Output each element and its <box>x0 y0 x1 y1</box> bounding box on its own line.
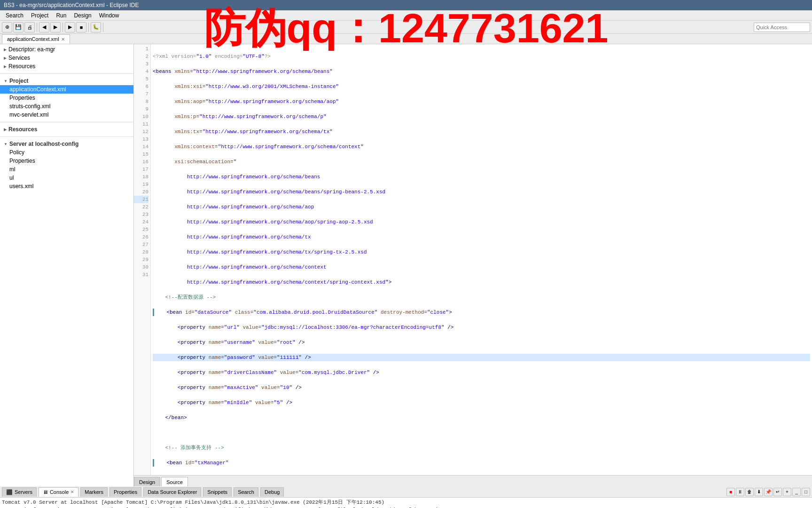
toolbar-btn-stop[interactable]: ■ <box>76 22 86 32</box>
toolbar-sep-3 <box>88 23 89 32</box>
tab-design[interactable]: Design <box>134 477 160 486</box>
console-tab-markers[interactable]: Markers <box>80 487 108 497</box>
sidebar-users-xml[interactable]: users.xml <box>0 182 133 190</box>
title-bar: BS3 - ea-mgr/src/applicationContext.xml … <box>0 0 812 10</box>
sidebar-services[interactable]: ▶ Services <box>0 54 133 62</box>
editor-area: 12345 678910 1112131415 1617181920 21 22… <box>134 44 812 486</box>
sidebar-div-1 <box>0 73 133 74</box>
menu-project[interactable]: Project <box>27 11 52 20</box>
toolbar-sep-1 <box>37 23 37 32</box>
menu-run[interactable]: Run <box>52 11 70 20</box>
toolbar: ⊕ 💾 🖨 ◀ ▶ ▶ ■ 🐛 <box>0 21 812 34</box>
console-line-1: org.springframework.context.annotation.C… <box>2 506 810 508</box>
line-numbers: 12345 678910 1112131415 1617181920 21 22… <box>134 44 151 475</box>
sidebar-project-section: ▼ Project applicationContext.xml Propert… <box>0 76 133 120</box>
sidebar-mvc-servlet[interactable]: mvc-servlet.xml <box>0 111 133 119</box>
toolbar-btn-save[interactable]: 💾 <box>13 22 23 32</box>
tab-label: applicationContext.xml <box>7 36 59 42</box>
console-tab-debug[interactable]: Debug <box>260 487 284 497</box>
menu-search[interactable]: Search <box>2 11 27 20</box>
quick-access-input[interactable] <box>754 23 810 32</box>
console-stop-btn[interactable]: ■ <box>726 488 735 496</box>
sidebar-struts-config[interactable]: struts-config.xml <box>0 102 133 111</box>
tab-source[interactable]: Source <box>161 477 188 486</box>
menu-bar: Search Project Run Design Window <box>0 10 812 21</box>
console-close-icon[interactable]: ✕ <box>70 490 74 494</box>
title-text: BS3 - ea-mgr/src/applicationContext.xml … <box>4 2 139 8</box>
toolbar-sep-4 <box>103 23 103 32</box>
console-toolbar-right: ■ ⏸ 🗑 ⬇ 📌 ↵ + _ □ <box>726 488 810 496</box>
console-toolbar: ⬛ Servers 🖥 Console ✕ Markers Properties… <box>0 486 812 498</box>
console-tab-search[interactable]: Search <box>234 487 258 497</box>
sidebar-resources-header[interactable]: ▶ Resources <box>0 125 133 134</box>
sidebar-top-section: ▶ Descriptor: ea-mgr ▶ Services ▶ Resour… <box>0 44 133 71</box>
toolbar-btn-run[interactable]: ▶ <box>65 22 75 32</box>
console-tab-console[interactable]: 🖥 Console ✕ <box>39 487 78 497</box>
servers-icon: ⬛ <box>6 489 13 495</box>
sidebar-ul[interactable]: ul <box>0 174 133 182</box>
tab-close-icon[interactable]: ✕ <box>61 37 65 42</box>
main-layout: ▶ Descriptor: ea-mgr ▶ Services ▶ Resour… <box>0 44 812 486</box>
code-content[interactable]: <?xml version="1.0" encoding="UTF-8"?> <… <box>151 44 812 475</box>
sidebar-applicationcontext[interactable]: applicationContext.xml <box>0 85 133 94</box>
console-tab-datasource[interactable]: Data Source Explorer <box>143 487 201 497</box>
sidebar: ▶ Descriptor: ea-mgr ▶ Services ▶ Resour… <box>0 44 134 486</box>
console-maximize-btn[interactable]: □ <box>802 488 810 496</box>
sidebar-server-header[interactable]: ▼ Server at localhost-config <box>0 140 133 148</box>
toolbar-btn-forward[interactable]: ▶ <box>50 22 61 32</box>
toolbar-sep-2 <box>62 23 63 32</box>
sidebar-div-3 <box>0 136 133 137</box>
sidebar-ml[interactable]: ml <box>0 165 133 174</box>
console-tab-snippets[interactable]: Snippets <box>203 487 232 497</box>
sidebar-descriptor[interactable]: ▶ Descriptor: ea-mgr <box>0 45 133 54</box>
sidebar-server-section: ▼ Server at localhost-config Policy Prop… <box>0 139 133 191</box>
console-scroll-btn[interactable]: ⬇ <box>755 488 763 496</box>
sidebar-div-2 <box>0 122 133 122</box>
toolbar-btn-back[interactable]: ◀ <box>39 22 49 32</box>
sidebar-resources-section: ▶ Resources <box>0 124 133 135</box>
console-minimize-btn[interactable]: _ <box>792 488 801 496</box>
console-header-line: Tomcat v7.0 Server at localhost [Apache … <box>2 499 810 506</box>
console-new-btn[interactable]: + <box>783 488 791 496</box>
sidebar-properties[interactable]: Properties <box>0 94 133 102</box>
code-editor: 12345 678910 1112131415 1617181920 21 22… <box>134 44 812 475</box>
toolbar-btn-new[interactable]: ⊕ <box>2 22 12 32</box>
toolbar-btn-debug[interactable]: 🐛 <box>91 22 101 32</box>
menu-window[interactable]: Window <box>95 11 123 20</box>
tab-bar: applicationContext.xml ✕ <box>0 34 812 44</box>
console-word-wrap-btn[interactable]: ↵ <box>773 488 782 496</box>
sidebar-project-header[interactable]: ▼ Project <box>0 77 133 85</box>
console-pin-btn[interactable]: 📌 <box>764 488 773 496</box>
console-pause-btn[interactable]: ⏸ <box>736 488 744 496</box>
sidebar-server-properties[interactable]: Properties <box>0 157 133 165</box>
tab-applicationcontext[interactable]: applicationContext.xml ✕ <box>2 34 70 44</box>
sidebar-policy[interactable]: Policy <box>0 148 133 157</box>
menu-design[interactable]: Design <box>70 11 95 20</box>
console-area: ⬛ Servers 🖥 Console ✕ Markers Properties… <box>0 486 812 508</box>
console-tab-servers[interactable]: ⬛ Servers <box>2 487 37 497</box>
console-icon: 🖥 <box>43 489 48 495</box>
console-content: Tomcat v7.0 Server at localhost [Apache … <box>0 498 812 508</box>
toolbar-btn-print[interactable]: 🖨 <box>24 22 35 32</box>
console-clear-btn[interactable]: 🗑 <box>745 488 754 496</box>
editor-bottom-tabs: Design Source <box>134 475 812 486</box>
sidebar-resources[interactable]: ▶ Resources <box>0 62 133 71</box>
console-tab-properties[interactable]: Properties <box>109 487 141 497</box>
